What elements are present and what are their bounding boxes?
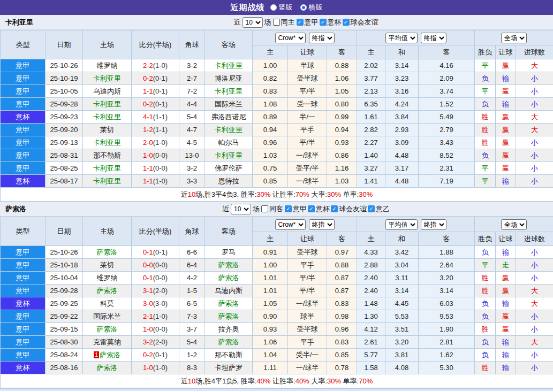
fulltime-score: 0-2 — [143, 100, 153, 108]
scope-select[interactable]: 全场 — [501, 33, 527, 43]
date-cell: 25-08-24 — [46, 349, 83, 362]
league-type-cell: 意甲 — [1, 72, 46, 85]
result-cell: 胜 — [475, 323, 496, 336]
corner-cell: 6-4 — [179, 259, 205, 272]
odds-time-select[interactable]: 终指 — [309, 219, 335, 230]
average-odds-cell: 3.20 — [419, 272, 475, 285]
checkbox-checked-icon[interactable]: ✓ — [331, 205, 338, 212]
league-type-cell: 意杯 — [1, 297, 46, 310]
sub-header-goals: 进球数 — [516, 45, 553, 59]
home-team-name: 萨索洛 — [97, 364, 118, 372]
score-cell: 0-2(0-1) — [132, 72, 179, 85]
filter-checkbox-checked[interactable]: ✓意杯 — [320, 18, 342, 27]
checkbox-checked-icon[interactable]: ✓ — [297, 19, 304, 26]
filter-checkbox-checked[interactable]: ✓意杯 — [308, 204, 330, 214]
corner-cell: 7-2 — [179, 85, 205, 98]
odds-time-select[interactable]: 终指 — [309, 33, 335, 43]
date-cell: 25-10-26 — [46, 59, 83, 72]
score-cell: 0-1(0-0) — [132, 272, 179, 285]
match-count-select[interactable]: 10 — [231, 204, 251, 214]
handicap-odds-cell: 1.05 — [327, 85, 357, 98]
same-venue-checkbox[interactable]: 同主 — [273, 18, 295, 27]
away-team-name: 萨索洛 — [218, 338, 239, 346]
filter-checkbox-checked[interactable]: ✓意甲 — [285, 204, 307, 214]
odds-source-select[interactable]: Crow* — [275, 33, 306, 43]
away-team-cell: 卡利亚里 — [205, 85, 253, 98]
halftime-score: (0-1) — [153, 351, 168, 359]
fulltime-score: 1-1 — [143, 87, 153, 95]
checkbox-checked-icon[interactable]: ✓ — [285, 205, 292, 212]
col-header-corner: 角球 — [179, 30, 205, 59]
checkbox-checked-icon[interactable]: ✓ — [320, 19, 327, 26]
handicap-odds-cell: 0.98 — [327, 310, 357, 323]
league-type-cell: 意甲 — [1, 98, 46, 111]
goals-result-cell: 大 — [516, 111, 553, 124]
away-team-name: 帕尔马 — [218, 139, 239, 147]
col-header-date: 日期 — [46, 30, 83, 59]
handicap-odds-cell: 0.75 — [253, 162, 288, 175]
score-cell: 3-1(2-0) — [132, 285, 179, 297]
radio-icon[interactable] — [300, 4, 307, 11]
handicap-odds-cell: 受半球 — [288, 246, 327, 259]
handicap-odds-cell: 0.89 — [253, 111, 288, 124]
filter-checkbox-checked[interactable]: ✓球会友谊 — [331, 204, 367, 214]
date-cell: 25-08-31 — [46, 149, 83, 162]
handicap-result-cell: 赢 — [496, 323, 516, 336]
radio-icon[interactable] — [270, 4, 277, 11]
score-cell: 0-1(0-1) — [132, 246, 179, 259]
away-team-name: 佛罗伦萨 — [215, 164, 243, 172]
score-cell: 0-2(0-1) — [132, 349, 179, 362]
filter-checkbox-checked[interactable]: ✓意乙 — [368, 204, 390, 214]
scope-select[interactable]: 全场 — [501, 219, 527, 230]
filter-checkbox-checked[interactable]: ✓球会友谊 — [343, 18, 378, 27]
result-cell: 胜 — [475, 136, 496, 149]
handicap-odds-cell: 平/半 — [288, 136, 327, 149]
layout-radio-unselected[interactable]: 竖版 — [270, 3, 293, 12]
average-time-select[interactable]: 终指 — [421, 33, 446, 43]
checkbox-checked-icon[interactable]: ✓ — [368, 205, 375, 212]
sub-header-handicap: 让球 — [288, 45, 327, 59]
away-team-cell: 佛罗伦萨 — [205, 162, 253, 175]
handicap-odds-cell: 半/一 — [288, 111, 327, 124]
radio-label: 横版 — [309, 3, 323, 12]
average-select[interactable]: 平均值 — [385, 219, 418, 230]
away-team-cell: 卡利亚里 — [205, 124, 253, 136]
checkbox-unchecked-icon[interactable] — [261, 205, 268, 212]
average-time-select[interactable]: 终指 — [421, 219, 446, 230]
average-odds-cell: 2.79 — [419, 124, 475, 136]
table-row: 意甲25-10-18莱切0-0(0-0)6-4萨索洛1.00平手0.882.88… — [1, 259, 553, 272]
halftime-score: (2-0) — [153, 338, 168, 346]
halftime-score: (1-0) — [153, 139, 168, 147]
score-cell: 2-1(1-0) — [132, 310, 179, 323]
odds-source-select[interactable]: Crow* — [275, 219, 306, 230]
average-odds-cell: 2.31 — [419, 162, 475, 175]
handicap-odds-cell: 0.85 — [253, 175, 288, 188]
handicap-odds-cell: 半球 — [288, 59, 327, 72]
checkbox-unchecked-icon[interactable] — [273, 19, 280, 26]
sub-header-home-odds: 主 — [253, 45, 288, 59]
handicap-odds-cell: 1.05 — [253, 297, 288, 310]
checkbox-checked-icon[interactable]: ✓ — [308, 205, 315, 212]
filter-checkbox-checked[interactable]: ✓意甲 — [297, 18, 319, 27]
average-odds-cell: 6.03 — [419, 297, 475, 310]
goals-result-cell: 大 — [516, 297, 553, 310]
score-cell: 1-2(1-1) — [132, 124, 179, 136]
result-cell: 负 — [475, 246, 496, 259]
league-type-cell: 意甲 — [1, 124, 46, 136]
page-title: 近期战绩 — [231, 3, 265, 13]
handicap-odds-cell: 平/半 — [288, 85, 327, 98]
corner-cell: 4-5 — [179, 136, 205, 149]
handicap-odds-cell: 1.03 — [327, 175, 357, 188]
match-count-select[interactable]: 10 — [243, 17, 263, 28]
same-venue-checkbox[interactable]: 同客 — [261, 204, 283, 214]
average-select[interactable]: 平均值 — [385, 33, 418, 43]
sub-header-goals: 进球数 — [516, 232, 553, 246]
layout-radio-selected[interactable]: 横版 — [300, 3, 323, 12]
handicap-odds-cell: 1.01 — [253, 272, 288, 285]
handicap-odds-cell: 1.04 — [253, 349, 288, 362]
score-cell: 2-2(1-0) — [132, 59, 179, 72]
handicap-odds-cell: 0.99 — [327, 111, 357, 124]
average-odds-cell: 4.48 — [385, 149, 419, 162]
away-team-cell: 拉齐奥 — [205, 323, 253, 336]
checkbox-checked-icon[interactable]: ✓ — [343, 19, 350, 26]
